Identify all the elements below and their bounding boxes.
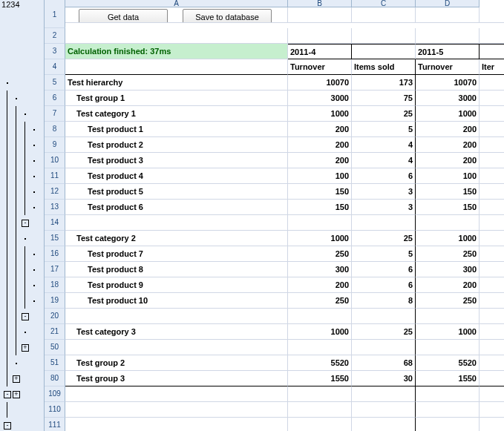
cell-items[interactable]: 4 [352, 137, 416, 153]
cell[interactable] [65, 59, 288, 75]
cell-label[interactable]: Test product 7 [65, 246, 288, 262]
cell-turnover-1[interactable]: 5520 [288, 355, 352, 371]
cell[interactable] [416, 28, 480, 44]
col-header-d[interactable]: D [416, 0, 480, 7]
cell[interactable] [480, 355, 504, 371]
cell-turnover-1[interactable]: 1000 [288, 324, 352, 340]
row-header[interactable]: 2 [45, 28, 65, 44]
cell[interactable] [480, 246, 504, 262]
cell-label[interactable] [65, 309, 288, 324]
cell-turnover-1[interactable] [288, 340, 352, 355]
cell[interactable] [480, 418, 504, 431]
cell-label[interactable] [65, 386, 288, 402]
cell-label[interactable]: Test product 8 [65, 262, 288, 277]
cell-turnover-2[interactable]: 250 [416, 246, 480, 262]
cell-turnover-2[interactable]: 1000 [416, 324, 480, 340]
row-header[interactable]: 13 [45, 200, 65, 215]
cell-label[interactable] [65, 340, 288, 355]
cell-label[interactable]: Test group 1 [65, 91, 288, 106]
row-header[interactable]: 110 [45, 402, 65, 418]
cell[interactable] [480, 386, 504, 402]
cell-turnover-2[interactable]: 300 [416, 262, 480, 277]
cell-label[interactable]: Test product 3 [65, 153, 288, 168]
cell-label[interactable]: Test product 9 [65, 277, 288, 293]
row-header[interactable]: 6 [45, 91, 65, 106]
cell-turnover-2[interactable] [416, 340, 480, 355]
cell[interactable] [352, 28, 416, 44]
col-items-sold[interactable]: Items sold [352, 59, 416, 75]
row-header[interactable]: 3 [45, 44, 65, 59]
cell-turnover-2[interactable]: 150 [416, 200, 480, 215]
cell-turnover-2[interactable]: 100 [416, 168, 480, 184]
get-data-button[interactable]: Get data [79, 9, 168, 23]
row-header[interactable]: 21 [45, 324, 65, 340]
cell[interactable] [288, 28, 352, 44]
cell[interactable] [480, 231, 504, 246]
cell-label[interactable]: Test product 6 [65, 200, 288, 215]
cell-items[interactable]: 3 [352, 184, 416, 200]
cell-items[interactable]: 68 [352, 355, 416, 371]
cell-label[interactable]: Test group 3 [65, 371, 288, 386]
cell-items[interactable]: 5 [352, 246, 416, 262]
cell-turnover-2[interactable]: 200 [416, 122, 480, 137]
row-header[interactable]: 11 [45, 168, 65, 184]
row-header[interactable]: 12 [45, 184, 65, 200]
cell-turnover-1[interactable] [288, 309, 352, 324]
cell[interactable] [480, 44, 504, 59]
row-header[interactable]: 109 [45, 386, 65, 402]
cell-items[interactable]: 8 [352, 293, 416, 309]
cell-items[interactable]: 5 [352, 122, 416, 137]
col-header-a[interactable]: A [65, 0, 288, 7]
cell-items[interactable]: 30 [352, 371, 416, 386]
cell-turnover-2[interactable] [416, 215, 480, 231]
cell-items[interactable]: 25 [352, 231, 416, 246]
cell-label[interactable]: Test category 3 [65, 324, 288, 340]
col-header-b[interactable]: B [288, 0, 352, 7]
cell[interactable] [352, 7, 416, 23]
save-database-button[interactable]: Save to database [183, 9, 272, 23]
cell-label[interactable]: Test product 1 [65, 122, 288, 137]
outline-collapse-icon[interactable]: - [4, 391, 11, 398]
cell-items[interactable] [352, 340, 416, 355]
cell-turnover-1[interactable]: 150 [288, 200, 352, 215]
cell-items[interactable]: 25 [352, 324, 416, 340]
cell-turnover-2[interactable]: 3000 [416, 91, 480, 106]
cell-turnover-2[interactable] [416, 402, 480, 418]
cell-turnover-1[interactable]: 100 [288, 168, 352, 184]
row-header[interactable]: 4 [45, 59, 65, 75]
cell-label[interactable]: Test product 4 [65, 168, 288, 184]
cell-label[interactable] [65, 418, 288, 431]
cell-turnover-2[interactable]: 1000 [416, 106, 480, 122]
row-header[interactable]: 10 [45, 153, 65, 168]
row-header[interactable]: 9 [45, 137, 65, 153]
cell-turnover-2[interactable]: 1550 [416, 371, 480, 386]
cell-turnover-2[interactable]: 5520 [416, 355, 480, 371]
row-header[interactable]: 50 [45, 340, 65, 355]
period-header-1[interactable]: 2011-4 [288, 44, 352, 59]
status-cell[interactable]: Calculation finished: 37ms [65, 44, 288, 59]
cell-turnover-1[interactable] [288, 418, 352, 431]
cell-turnover-2[interactable] [416, 309, 480, 324]
cell-label[interactable]: Test category 2 [65, 231, 288, 246]
cell-turnover-1[interactable]: 200 [288, 122, 352, 137]
cell-turnover-1[interactable] [288, 215, 352, 231]
row-header[interactable]: 18 [45, 277, 65, 293]
cell-turnover-1[interactable]: 1000 [288, 106, 352, 122]
cell-turnover-2[interactable]: 10070 [416, 75, 480, 91]
cell-turnover-1[interactable]: 1550 [288, 371, 352, 386]
cell[interactable] [480, 91, 504, 106]
cell-turnover-2[interactable]: 200 [416, 137, 480, 153]
cell[interactable] [416, 7, 480, 23]
row-header[interactable]: 17 [45, 262, 65, 277]
outline-level-4[interactable]: 4 [15, 0, 19, 7]
row-header[interactable]: 15 [45, 231, 65, 246]
cell-turnover-1[interactable] [288, 386, 352, 402]
row-header[interactable]: 7 [45, 106, 65, 122]
cell[interactable] [480, 153, 504, 168]
col-items-2[interactable]: Iter [480, 59, 504, 75]
row-header[interactable]: 14 [45, 215, 65, 231]
row-header[interactable]: 5 [45, 75, 65, 91]
cell-items[interactable] [352, 418, 416, 431]
cell[interactable] [480, 262, 504, 277]
cell[interactable] [480, 324, 504, 340]
